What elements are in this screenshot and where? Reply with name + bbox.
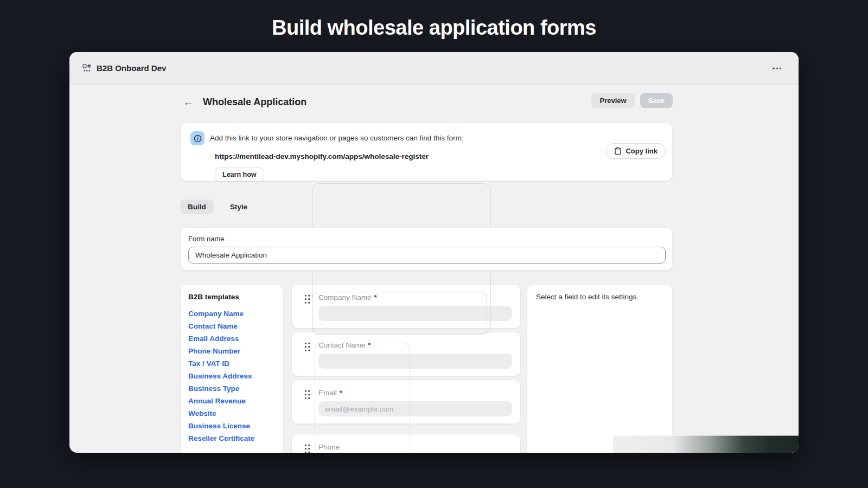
drag-handle-icon[interactable]	[303, 388, 310, 399]
drag-handle-icon[interactable]	[303, 293, 310, 304]
required-asterisk: *	[374, 293, 377, 301]
field-settings-panel: Select a field to edit its settings.	[527, 284, 673, 453]
banner-message: Add this link to your store navigation o…	[210, 131, 463, 142]
copy-link-label: Copy link	[626, 147, 658, 155]
link-info-banner: Add this link to your store navigation o…	[180, 123, 673, 181]
app-window-header: B2B Onboard Dev	[69, 52, 799, 85]
template-link-phone-number[interactable]: Phone Number	[188, 345, 275, 357]
field-input-preview	[318, 306, 512, 321]
app-name: B2B Onboard Dev	[97, 63, 166, 73]
drag-handle-icon[interactable]	[303, 341, 310, 351]
form-name-label: Form name	[188, 235, 665, 243]
required-asterisk: *	[368, 341, 371, 349]
page-background: Build wholesale application forms B2B On…	[0, 0, 868, 488]
field-placeholder: email@example.com	[325, 405, 393, 413]
form-name-card: Form name	[180, 227, 673, 271]
template-link-tax-vat-id[interactable]: Tax / VAT ID	[188, 357, 275, 370]
save-button[interactable]: Save	[640, 93, 673, 108]
template-link-annual-revenue[interactable]: Annual Revenue	[188, 395, 275, 407]
info-icon	[190, 131, 205, 145]
tab-build[interactable]: Build	[180, 200, 214, 214]
page-header: ← Wholesale Application Preview Save	[180, 93, 673, 111]
hero-title: Build wholesale application forms	[0, 16, 868, 40]
form-public-url: https://mentilead-dev.myshopify.com/apps…	[215, 152, 662, 160]
drag-handle-icon[interactable]	[303, 442, 310, 453]
template-link-website[interactable]: Website	[188, 407, 275, 420]
bottom-gradient-strip	[613, 435, 799, 453]
ellipsis-menu-icon[interactable]	[770, 65, 784, 71]
field-card-contact-name[interactable]: Contact Name*	[291, 332, 521, 376]
template-link-contact-name[interactable]: Contact Name	[188, 320, 275, 332]
learn-how-button[interactable]: Learn how	[215, 168, 264, 182]
field-label: Contact Name	[318, 341, 365, 349]
copy-link-button[interactable]: Copy link	[606, 143, 666, 159]
b2b-templates-panel: B2B templates Company Name Contact Name …	[180, 284, 283, 453]
field-label: Company Name	[318, 293, 372, 301]
clipboard-icon	[614, 147, 622, 155]
form-canvas: Company Name* Contact Name*	[291, 284, 521, 453]
app-identity: B2B Onboard Dev	[82, 63, 166, 73]
build-style-tabs: Build Style	[180, 200, 673, 214]
page-title: Wholesale Application	[203, 97, 307, 108]
back-arrow-icon[interactable]: ←	[183, 97, 194, 107]
required-asterisk: *	[340, 389, 342, 397]
template-link-reseller-certificate[interactable]: Reseller Certificate	[188, 432, 275, 445]
template-link-email-address[interactable]: Email Address	[188, 332, 275, 345]
template-link-company-name[interactable]: Company Name	[188, 307, 275, 320]
templates-title: B2B templates	[188, 293, 275, 301]
app-grid-icon	[82, 64, 91, 73]
field-label: Email	[318, 389, 337, 397]
template-link-business-address[interactable]: Business Address	[188, 370, 275, 382]
form-name-input[interactable]	[188, 247, 666, 264]
field-input-preview	[318, 354, 512, 369]
field-card-phone[interactable]: Phone	[291, 434, 521, 453]
template-link-business-license[interactable]: Business License	[188, 420, 275, 432]
field-label: Phone	[318, 443, 340, 451]
preview-button[interactable]: Preview	[591, 93, 634, 108]
app-window: B2B Onboard Dev ← Wholesale Application …	[69, 52, 799, 453]
template-link-business-type[interactable]: Business Type	[188, 382, 275, 395]
tab-style[interactable]: Style	[222, 200, 255, 214]
settings-empty-hint: Select a field to edit its settings.	[536, 293, 663, 301]
field-input-preview: email@example.com	[318, 401, 512, 416]
field-card-company-name[interactable]: Company Name*	[291, 284, 521, 329]
field-card-email[interactable]: Email* email@example.com	[291, 380, 521, 424]
